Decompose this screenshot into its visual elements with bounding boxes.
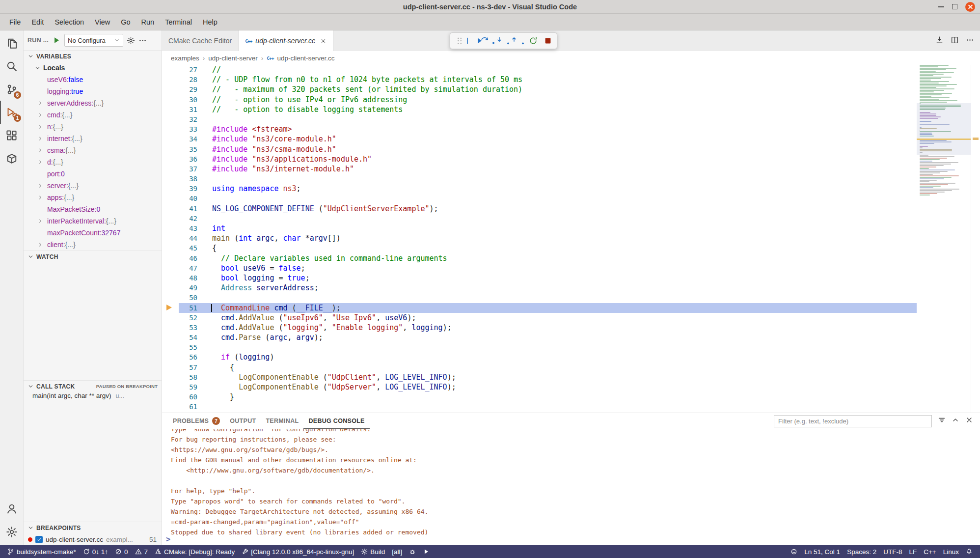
code-line-51[interactable]: 51 CommandLine cmd (__FILE__); [162, 303, 980, 313]
feedback-button[interactable] [787, 545, 801, 558]
code-line-37[interactable]: 37#include "ns3/internet-module.h" [162, 164, 980, 174]
debug-restart-icon[interactable] [526, 34, 540, 48]
code-line-56[interactable]: 56 if (logging) [162, 352, 980, 362]
panel-tab-problems[interactable]: PROBLEMS7 [168, 413, 225, 429]
code-line-52[interactable]: 52 cmd.AddValue ("useIpv6", "Use Ipv6", … [162, 313, 980, 323]
variable-internet[interactable]: internet: {...} [24, 133, 162, 144]
console-input-prompt[interactable]: > [166, 535, 170, 544]
filter-options-icon[interactable] [938, 416, 946, 426]
breadcrumb-item-udp-client-server-cc[interactable]: udp-client-server.cc [277, 55, 335, 62]
cmake-launch-button[interactable] [419, 545, 433, 558]
start-debugging-button[interactable] [52, 36, 61, 45]
console-filter-input[interactable] [774, 415, 932, 427]
menu-edit[interactable]: Edit [26, 16, 49, 28]
code-editor[interactable]: 27//28// - UDP flow from n0 to n1 of 102… [162, 65, 980, 413]
menu-run[interactable]: Run [136, 16, 160, 28]
activity-run-and-debug[interactable]: 1 [0, 101, 23, 124]
errors-status[interactable]: 0 [111, 545, 132, 558]
close-button[interactable] [965, 2, 975, 12]
debug-settings-gear[interactable] [127, 36, 135, 45]
code-line-36[interactable]: 36#include "ns3/applications-module.h" [162, 154, 980, 164]
cursor-position[interactable]: Ln 51, Col 1 [801, 545, 844, 558]
panel-tab-terminal[interactable]: TERMINAL [261, 413, 303, 429]
code-line-46[interactable]: 46 // Declare variables used in command-… [162, 253, 980, 263]
activity-manage[interactable] [0, 520, 23, 543]
variable-logging[interactable]: logging: true [24, 85, 162, 97]
activity-explorer[interactable] [0, 31, 23, 55]
code-line-29[interactable]: 29// - maximum of 320 packets sent (or l… [162, 84, 980, 94]
code-line-40[interactable]: 40 [162, 194, 980, 203]
code-line-48[interactable]: 48 bool logging = true; [162, 273, 980, 283]
encoding-status[interactable]: UTF-8 [880, 545, 905, 558]
close-tab-button[interactable] [320, 38, 327, 44]
variable-interPacketInterval[interactable]: interPacketInterval: {...} [24, 215, 162, 227]
code-line-43[interactable]: 43int [162, 223, 980, 233]
variable-port[interactable]: port: 0 [24, 168, 162, 180]
run-more-actions[interactable] [138, 36, 147, 45]
breakpoint-checkbox[interactable] [35, 536, 43, 543]
code-line-32[interactable]: 32 [162, 114, 980, 124]
code-line-44[interactable]: 44main (int argc, char *argv[]) [162, 233, 980, 243]
code-line-58[interactable]: 58 LogComponentEnable ("UdpClient", LOG_… [162, 372, 980, 382]
minimap-slider[interactable] [917, 103, 971, 155]
variable-d[interactable]: d: {...} [24, 156, 162, 168]
stack-frame[interactable]: main(int argc, char ** argv) u... [24, 392, 162, 404]
os-status[interactable]: Linux [940, 545, 962, 558]
menu-file[interactable]: File [4, 16, 26, 28]
menu-terminal[interactable]: Terminal [160, 16, 197, 28]
notifications-bell[interactable] [962, 545, 976, 558]
code-line-54[interactable]: 54 cmd.Parse (argc, argv); [162, 333, 980, 342]
code-line-41[interactable]: 41NS_LOG_COMPONENT_DEFINE ("UdpClientSer… [162, 204, 980, 214]
debug-grip-icon[interactable] [453, 34, 466, 48]
cmake-debug-button[interactable] [406, 545, 419, 558]
variable-MaxPacketSize[interactable]: MaxPacketSize: 0 [24, 203, 162, 215]
tab-cmake-cache-editor[interactable]: CMake Cache Editor [162, 30, 239, 51]
code-line-59[interactable]: 59 LogComponentEnable ("UdpServer", LOG_… [162, 382, 980, 392]
open-changes-icon[interactable] [935, 36, 944, 46]
variables-section-header[interactable]: VARIABLES [24, 50, 162, 62]
debug-stop-icon[interactable] [541, 34, 554, 48]
watch-section-header[interactable]: WATCH [24, 251, 162, 262]
code-line-57[interactable]: 57 { [162, 363, 980, 372]
debug-continue-icon[interactable] [467, 34, 481, 48]
code-line-39[interactable]: 39using namespace ns3; [162, 184, 980, 194]
sync-status[interactable]: 0↓ 1↑ [80, 545, 111, 558]
debug-step-out-icon[interactable] [512, 34, 525, 48]
close-panel-icon[interactable] [965, 416, 973, 426]
language-status[interactable]: C++ [920, 545, 940, 558]
activity-source-control[interactable]: 6 [0, 78, 23, 101]
code-line-31[interactable]: 31// - option to disable logging stateme… [162, 105, 980, 114]
cmake-status[interactable]: CMake: [Debug]: Ready [151, 545, 238, 558]
code-line-47[interactable]: 47 bool useV6 = false; [162, 263, 980, 273]
code-line-42[interactable]: 42 [162, 214, 980, 223]
cmake-kit-status[interactable]: [Clang 12.0.0 x86_64-pc-linux-gnu] [238, 545, 357, 558]
breadcrumb-item-examples[interactable]: examples [171, 55, 199, 62]
variable-cmd[interactable]: cmd: {...} [24, 109, 162, 121]
panel-tab-output[interactable]: OUTPUT [225, 413, 261, 429]
debug-step-into-icon[interactable] [497, 34, 510, 48]
menu-view[interactable]: View [89, 16, 115, 28]
breakpoint-item[interactable]: udp-client-server.cc exampl... 51 [24, 533, 162, 545]
call-stack-section-header[interactable]: CALL STACK PAUSED ON BREAKPOINT [24, 380, 162, 392]
activity-cmake-tools[interactable] [0, 147, 23, 170]
variable-apps[interactable]: apps: {...} [24, 192, 162, 203]
more-actions-icon[interactable] [966, 36, 974, 46]
variable-n[interactable]: n: {...} [24, 121, 162, 133]
menu-selection[interactable]: Selection [49, 16, 89, 28]
code-line-53[interactable]: 53 cmd.AddValue ("logging", "Enable logg… [162, 323, 980, 333]
indentation-status[interactable]: Spaces: 2 [844, 545, 880, 558]
minimap[interactable] [917, 65, 971, 413]
variable-serverAddress[interactable]: serverAddress: {...} [24, 97, 162, 109]
code-line-60[interactable]: 60 } [162, 392, 980, 402]
code-line-27[interactable]: 27// [162, 65, 980, 75]
git-branch-status[interactable]: buildsystem-cmake* [4, 545, 80, 558]
tab-udp-client-server-cc[interactable]: C++udp-client-server.cc [239, 30, 333, 51]
panel-tab-debug-console[interactable]: DEBUG CONSOLE [303, 413, 369, 429]
code-line-50[interactable]: 50 [162, 293, 980, 303]
code-line-35[interactable]: 35#include "ns3/csma-module.h" [162, 144, 980, 154]
code-line-28[interactable]: 28// - UDP flow from n0 to n1 of 1024 by… [162, 75, 980, 84]
restore-button[interactable] [952, 4, 957, 9]
code-line-33[interactable]: 33#include <fstream> [162, 124, 980, 134]
code-line-38[interactable]: 38 [162, 174, 980, 184]
breakpoints-section-header[interactable]: BREAKPOINTS [24, 522, 162, 533]
